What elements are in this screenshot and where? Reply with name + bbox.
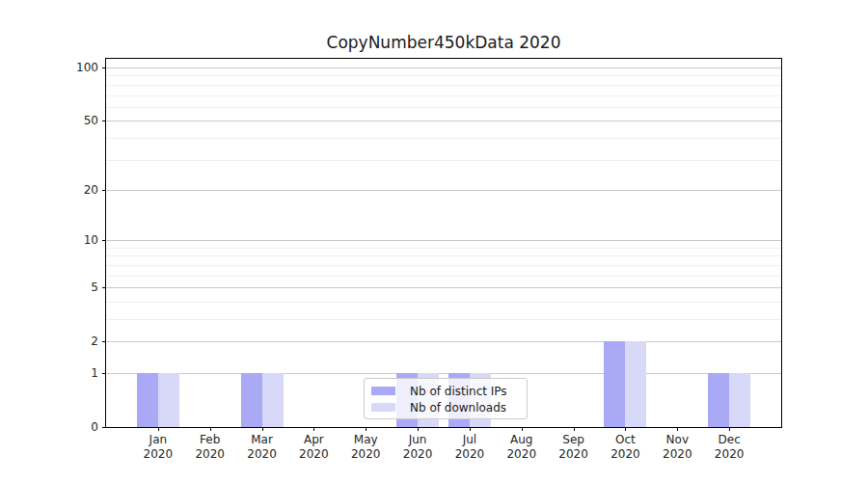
x-tick-mark <box>522 427 523 431</box>
minor-gridline <box>106 255 781 256</box>
y-tick-label: 10 <box>37 232 98 248</box>
y-tick-mark <box>102 240 106 241</box>
y-tick-label: 5 <box>37 280 98 295</box>
x-tick-mark <box>366 427 366 431</box>
chart-title: CopyNumber450kData 2020 <box>106 33 781 52</box>
major-gridline <box>106 287 781 288</box>
x-tick-mark <box>470 427 471 431</box>
x-tick-sublabel: 2020 <box>389 447 447 462</box>
y-tick-mark <box>102 190 106 191</box>
bar-mar-downloads <box>262 373 284 427</box>
y-tick-mark <box>102 341 106 342</box>
y-tick-mark <box>102 373 106 374</box>
x-tick-sublabel: 2020 <box>233 447 291 462</box>
legend: Nb of distinct IPs Nb of downloads <box>364 378 528 419</box>
x-tick-mark <box>210 427 211 431</box>
minor-gridline <box>106 160 781 161</box>
legend-label-downloads: Nb of downloads <box>410 401 506 415</box>
x-tick-mark <box>262 427 263 431</box>
legend-swatch-downloads <box>371 403 395 412</box>
minor-gridline <box>106 138 781 139</box>
x-tick-sublabel: 2020 <box>285 447 342 462</box>
major-gridline <box>106 373 781 374</box>
bar-dec-downloads <box>729 373 750 427</box>
major-gridline <box>106 67 781 68</box>
x-tick-mark <box>729 427 730 431</box>
x-tick-sublabel: 2020 <box>545 447 603 462</box>
minor-gridline <box>106 85 781 86</box>
x-tick-sublabel: 2020 <box>648 447 706 462</box>
x-tick-mark <box>677 427 678 431</box>
x-tick-mark <box>574 427 575 431</box>
y-tick-label: 100 <box>37 60 98 75</box>
major-gridline <box>106 120 781 121</box>
minor-gridline <box>106 95 781 96</box>
x-tick-mark <box>418 427 419 431</box>
minor-gridline <box>106 302 781 303</box>
legend-swatch-distinct-ips <box>371 387 395 395</box>
x-tick-sublabel: 2020 <box>337 447 394 462</box>
x-tick-sublabel: 2020 <box>181 447 239 462</box>
x-tick-label-jun: Jun2020 <box>389 433 447 462</box>
minor-gridline <box>106 265 781 266</box>
minor-gridline <box>106 75 781 76</box>
major-gridline <box>106 341 781 342</box>
y-tick-label: 0 <box>37 419 98 435</box>
bar-jan-distinct-ips <box>137 373 158 427</box>
legend-item-distinct-ips: Nb of distinct IPs <box>371 383 527 399</box>
x-tick-label-may: May2020 <box>337 433 394 462</box>
y-tick-mark <box>102 120 106 121</box>
x-tick-label-aug: Aug2020 <box>493 433 551 462</box>
x-tick-sublabel: 2020 <box>129 447 187 462</box>
major-gridline <box>106 240 781 241</box>
x-tick-label-dec: Dec2020 <box>700 433 758 462</box>
legend-label-distinct-ips: Nb of distinct IPs <box>410 385 507 398</box>
minor-gridline <box>106 319 781 320</box>
bar-oct-distinct-ips <box>604 341 625 427</box>
x-tick-label-jul: Jul2020 <box>441 433 499 462</box>
plot-area <box>105 58 782 428</box>
x-tick-mark <box>158 427 159 431</box>
x-tick-label-jan: Jan2020 <box>129 433 187 462</box>
y-tick-mark <box>102 67 106 68</box>
y-tick-label: 2 <box>37 334 98 349</box>
minor-gridline <box>106 276 781 277</box>
x-tick-label-oct: Oct2020 <box>596 433 654 462</box>
minor-gridline <box>106 248 781 249</box>
x-tick-label-feb: Feb2020 <box>181 433 239 462</box>
x-tick-label-mar: Mar2020 <box>233 433 291 462</box>
x-tick-sublabel: 2020 <box>700 447 758 462</box>
bar-mar-distinct-ips <box>241 373 262 427</box>
bar-oct-downloads <box>625 341 646 427</box>
x-tick-mark <box>313 427 314 431</box>
x-tick-label-nov: Nov2020 <box>648 433 706 462</box>
bar-dec-distinct-ips <box>708 373 729 427</box>
legend-item-downloads: Nb of downloads <box>371 399 527 415</box>
minor-gridline <box>106 107 781 108</box>
y-tick-label: 20 <box>37 182 98 198</box>
x-tick-sublabel: 2020 <box>493 447 551 462</box>
bar-jan-downloads <box>158 373 179 427</box>
y-tick-mark <box>102 427 106 428</box>
x-tick-sublabel: 2020 <box>441 447 499 462</box>
x-tick-label-sep: Sep2020 <box>545 433 603 462</box>
x-tick-mark <box>625 427 626 431</box>
x-tick-sublabel: 2020 <box>596 447 654 462</box>
x-tick-label-apr: Apr2020 <box>285 433 342 462</box>
y-tick-label: 50 <box>37 113 98 128</box>
chart-figure: CopyNumber450kData 2020 0125102050100 Ja… <box>0 0 868 482</box>
y-tick-label: 1 <box>37 365 98 381</box>
major-gridline <box>106 190 781 191</box>
y-tick-mark <box>102 287 106 288</box>
